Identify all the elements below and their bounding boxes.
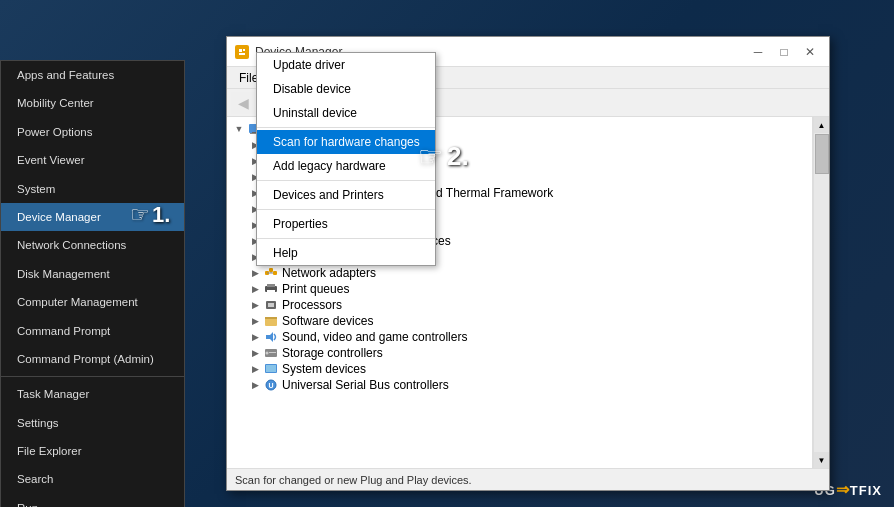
svg-rect-35 <box>267 284 275 287</box>
storage-icon <box>263 346 279 360</box>
svg-rect-1 <box>239 49 242 52</box>
expander-icon: ▶ <box>247 300 263 310</box>
action-scan-hardware[interactable]: Scan for hardware changes <box>257 130 435 154</box>
action-divider-2 <box>257 180 435 181</box>
winx-item-run[interactable]: Run <box>1 494 184 507</box>
system-icon <box>263 362 279 376</box>
winx-item-task-manager[interactable]: Task Manager <box>1 380 184 408</box>
tree-item-processors[interactable]: ▶ Processors <box>227 297 812 313</box>
svg-rect-2 <box>243 49 245 51</box>
winx-item-settings[interactable]: Settings <box>1 409 184 437</box>
annotation-label-2: 2. <box>447 141 469 172</box>
window-icon <box>235 45 249 59</box>
winx-context-menu: Apps and Features Mobility Center Power … <box>0 60 185 507</box>
svg-point-43 <box>266 352 269 355</box>
winx-item-command-prompt-admin[interactable]: Command Prompt (Admin) <box>1 345 184 373</box>
winx-item-search[interactable]: Search <box>1 465 184 493</box>
winx-item-disk-management[interactable]: Disk Management <box>1 260 184 288</box>
winx-item-computer-management[interactable]: Computer Management <box>1 288 184 316</box>
tree-item-network[interactable]: ▶ Network adapters <box>227 265 812 281</box>
scrollbar[interactable]: ▲ ▼ <box>813 117 829 468</box>
cursor-hand-2-icon: ☞ <box>418 140 443 173</box>
cursor-annotation-1: ☞ 1. <box>130 202 170 228</box>
winx-item-power-options[interactable]: Power Options <box>1 118 184 146</box>
tree-item-system[interactable]: ▶ System devices <box>227 361 812 377</box>
title-bar-controls: ─ □ ✕ <box>747 43 821 61</box>
winx-item-network-connections[interactable]: Network Connections <box>1 231 184 259</box>
root-expander-icon: ▼ <box>231 124 247 134</box>
scrollbar-thumb[interactable] <box>815 134 829 174</box>
print-icon <box>263 282 279 296</box>
back-button[interactable]: ◀ <box>231 92 255 114</box>
svg-rect-36 <box>267 290 275 294</box>
svg-rect-44 <box>269 352 276 353</box>
svg-marker-40 <box>265 317 277 319</box>
scrollbar-track[interactable] <box>814 133 830 452</box>
action-add-legacy[interactable]: Add legacy hardware <box>257 154 435 178</box>
action-update-driver[interactable]: Update driver <box>257 53 435 77</box>
annotation-label-1: 1. <box>152 202 170 228</box>
cursor-hand-icon: ☞ <box>130 202 150 228</box>
network-icon <box>263 266 279 280</box>
action-divider-1 <box>257 127 435 128</box>
action-uninstall-device[interactable]: Uninstall device <box>257 101 435 125</box>
action-divider-3 <box>257 209 435 210</box>
winx-item-file-explorer[interactable]: File Explorer <box>1 437 184 465</box>
sound-icon <box>263 330 279 344</box>
winx-divider-1 <box>1 376 184 377</box>
action-dropdown-menu: Update driver Disable device Uninstall d… <box>256 52 436 266</box>
scrollbar-down-button[interactable]: ▼ <box>814 452 830 468</box>
svg-rect-30 <box>269 268 273 272</box>
watermark-fix: TFIX <box>850 483 882 498</box>
action-properties[interactable]: Properties <box>257 212 435 236</box>
tree-item-print[interactable]: ▶ Print queues <box>227 281 812 297</box>
watermark-arrow-icon: ⇒ <box>836 481 850 498</box>
winx-item-apps-features[interactable]: Apps and Features <box>1 61 184 89</box>
tree-item-storage[interactable]: ▶ Storage controllers <box>227 345 812 361</box>
svg-text:U: U <box>268 382 273 389</box>
winx-item-system[interactable]: System <box>1 175 184 203</box>
cursor-annotation-2: ☞ 2. <box>418 140 469 173</box>
expander-icon: ▶ <box>247 364 263 374</box>
scrollbar-up-button[interactable]: ▲ <box>814 117 830 133</box>
action-divider-4 <box>257 238 435 239</box>
usb-icon: U <box>263 378 279 392</box>
svg-marker-41 <box>266 332 273 342</box>
svg-rect-38 <box>268 303 274 307</box>
minimize-button[interactable]: ─ <box>747 43 769 61</box>
close-button[interactable]: ✕ <box>799 43 821 61</box>
maximize-button[interactable]: □ <box>773 43 795 61</box>
action-devices-printers[interactable]: Devices and Printers <box>257 183 435 207</box>
desktop: Apps and Features Mobility Center Power … <box>0 0 894 507</box>
svg-rect-29 <box>273 271 277 275</box>
expander-icon: ▶ <box>247 380 263 390</box>
svg-rect-3 <box>239 53 245 55</box>
status-text: Scan for changed or new Plug and Play de… <box>235 474 472 486</box>
expander-icon: ▶ <box>247 284 263 294</box>
software-icon <box>263 314 279 328</box>
expander-icon: ▶ <box>247 348 263 358</box>
tree-item-sound[interactable]: ▶ Sound, video and game controllers <box>227 329 812 345</box>
tree-item-usb[interactable]: ▶ U Universal Serial Bus controllers <box>227 377 812 393</box>
action-help[interactable]: Help <box>257 241 435 265</box>
winx-item-command-prompt[interactable]: Command Prompt <box>1 317 184 345</box>
expander-icon: ▶ <box>247 332 263 342</box>
action-disable-device[interactable]: Disable device <box>257 77 435 101</box>
svg-rect-46 <box>266 365 276 372</box>
tree-item-software[interactable]: ▶ Software devices <box>227 313 812 329</box>
processors-icon <box>263 298 279 312</box>
status-bar: Scan for changed or new Plug and Play de… <box>227 468 829 490</box>
winx-item-event-viewer[interactable]: Event Viewer <box>1 146 184 174</box>
expander-icon: ▶ <box>247 316 263 326</box>
expander-icon: ▶ <box>247 268 263 278</box>
winx-item-mobility-center[interactable]: Mobility Center <box>1 89 184 117</box>
